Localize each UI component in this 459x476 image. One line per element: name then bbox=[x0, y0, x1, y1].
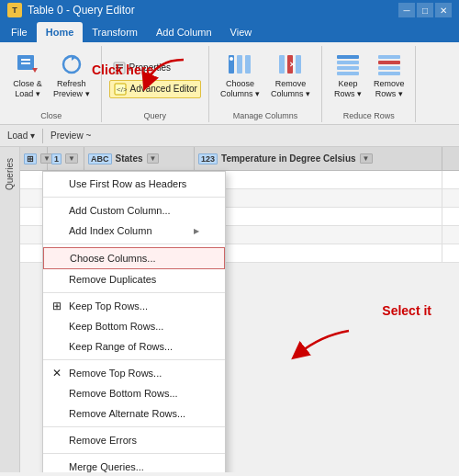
keep-rows-icon bbox=[333, 50, 363, 79]
svg-rect-6 bbox=[116, 64, 123, 66]
col-filter-states[interactable]: ▼ bbox=[147, 153, 160, 164]
tab-transform[interactable]: Transform bbox=[83, 22, 147, 42]
svg-rect-12 bbox=[237, 55, 242, 74]
ribbon: Close &Load ▾ RefreshPreview ▾ Close bbox=[0, 42, 459, 125]
menu-add-index-column[interactable]: Add Index Column ▶ bbox=[43, 221, 225, 241]
close-button[interactable]: ✕ bbox=[435, 3, 452, 17]
close-load-button[interactable]: Close &Load ▾ bbox=[9, 48, 46, 101]
menu-sep-5 bbox=[43, 426, 225, 427]
preview-button[interactable]: Preview ~ bbox=[47, 130, 95, 142]
svg-rect-22 bbox=[337, 72, 359, 75]
menu-remove-top-rows[interactable]: ✕ Remove Top Rows... bbox=[43, 363, 225, 383]
menu-add-custom-column[interactable]: Add Custom Column... bbox=[43, 200, 225, 221]
keep-rows-label: KeepRows ▾ bbox=[334, 79, 362, 99]
menu-merge-queries[interactable]: Merge Queries... bbox=[43, 457, 225, 472]
svg-rect-25 bbox=[378, 66, 400, 70]
refresh-preview-button[interactable]: RefreshPreview ▾ bbox=[50, 48, 94, 101]
svg-rect-24 bbox=[378, 61, 400, 64]
ribbon-tabs: File Home Transform Add Column View bbox=[0, 20, 459, 42]
app-icon: T bbox=[7, 3, 22, 17]
properties-label: Properties bbox=[129, 62, 172, 73]
col-header-type[interactable]: ⊞ ▼ bbox=[20, 147, 48, 170]
dropdown-menu: Use First Row as Headers Add Custom Colu… bbox=[42, 171, 226, 472]
tab-add-column[interactable]: Add Column bbox=[147, 22, 221, 42]
tab-view[interactable]: View bbox=[221, 22, 262, 42]
menu-add-index-label: Add Index Column bbox=[69, 225, 152, 236]
load-button[interactable]: Load ▾ bbox=[4, 130, 39, 142]
svg-marker-3 bbox=[32, 68, 38, 73]
remove-rows-label: RemoveRows ▾ bbox=[374, 79, 405, 99]
keep-rows-button[interactable]: KeepRows ▾ bbox=[330, 48, 366, 101]
remove-columns-button[interactable]: ✕ RemoveColumns ▾ bbox=[267, 48, 314, 101]
menu-remove-alternate-label: Remove Alternate Rows... bbox=[69, 408, 185, 419]
svg-rect-2 bbox=[21, 62, 30, 64]
menu-remove-duplicates-label: Remove Duplicates bbox=[69, 274, 156, 285]
menu-merge-label: Merge Queries... bbox=[69, 461, 144, 472]
menu-remove-top-label: Remove Top Rows... bbox=[69, 368, 162, 379]
svg-rect-15 bbox=[279, 55, 285, 74]
remove-rows-icon bbox=[375, 50, 404, 79]
cell-0-3: 37 bbox=[195, 171, 442, 188]
menu-add-custom-label: Add Custom Column... bbox=[69, 205, 171, 216]
advanced-editor-label: Advanced Editor bbox=[130, 84, 197, 94]
col-filter-1[interactable]: ▼ bbox=[65, 153, 78, 164]
index-icon: 1 bbox=[51, 153, 62, 164]
svg-rect-21 bbox=[337, 66, 359, 70]
menu-remove-bottom-label: Remove Bottom Rows... bbox=[69, 388, 178, 399]
tab-file[interactable]: File bbox=[2, 22, 37, 42]
table-area: ⊞ ▼ 1 ▼ ABC States ▼ 123 Temperature in … bbox=[20, 147, 459, 472]
menu-remove-alternate-rows[interactable]: Remove Alternate Rows... bbox=[43, 403, 225, 424]
col-header-index[interactable]: 1 ▼ bbox=[48, 147, 84, 170]
ribbon-group-query: Properties </> Advanced Editor Query bbox=[102, 46, 209, 122]
svg-rect-23 bbox=[378, 55, 400, 59]
advanced-editor-button[interactable]: </> Advanced Editor bbox=[109, 80, 201, 98]
maximize-button[interactable]: □ bbox=[417, 3, 433, 17]
col-filter-temp[interactable]: ▼ bbox=[360, 153, 373, 164]
choose-columns-label: ChooseColumns ▾ bbox=[220, 79, 260, 99]
tab-home[interactable]: Home bbox=[37, 22, 84, 42]
refresh-preview-label: RefreshPreview ▾ bbox=[53, 79, 90, 99]
menu-remove-duplicates[interactable]: Remove Duplicates bbox=[43, 269, 225, 289]
properties-button[interactable]: Properties bbox=[109, 60, 174, 76]
svg-text:✕: ✕ bbox=[289, 61, 296, 69]
col-states-label: States bbox=[116, 153, 143, 164]
col-header-temperature[interactable]: 123 Temperature in Degree Celsius ▼ bbox=[195, 147, 442, 170]
cell-3-3: 38 bbox=[195, 226, 442, 244]
toolbar-separator-1 bbox=[42, 129, 43, 143]
svg-rect-20 bbox=[337, 61, 359, 64]
title-bar: T Table 0 - Query Editor ─ □ ✕ bbox=[0, 0, 459, 20]
menu-remove-errors[interactable]: Remove Errors bbox=[43, 430, 225, 450]
menu-keep-bottom-rows[interactable]: Keep Bottom Rows... bbox=[43, 316, 225, 336]
advanced-editor-icon: </> bbox=[113, 82, 128, 96]
queries-sidebar: Queries bbox=[0, 147, 20, 472]
choose-columns-icon bbox=[225, 50, 254, 79]
svg-rect-8 bbox=[116, 70, 120, 72]
temp-type-icon: 123 bbox=[198, 153, 218, 164]
query-area: Queries ⊞ ▼ 1 ▼ ABC States ▼ 123 Tempera… bbox=[0, 147, 459, 472]
select-it-annotation: Select it bbox=[382, 303, 431, 318]
choose-columns-button[interactable]: ChooseColumns ▾ bbox=[217, 48, 263, 101]
col-header-states[interactable]: ABC States ▼ bbox=[84, 147, 195, 170]
ribbon-group-manage-columns: ChooseColumns ▾ ✕ RemoveColumns ▾ Manage… bbox=[209, 46, 322, 122]
table-icon: ⊞ bbox=[24, 153, 37, 164]
menu-choose-columns-label: Choose Columns... bbox=[70, 253, 156, 264]
svg-rect-26 bbox=[378, 72, 400, 75]
svg-text:</>: </> bbox=[117, 85, 127, 94]
close-load-label: Close &Load ▾ bbox=[13, 79, 42, 99]
reduce-rows-items: KeepRows ▾ RemoveRows ▾ bbox=[330, 48, 409, 109]
keep-top-icon: ⊞ bbox=[49, 298, 65, 314]
window-controls[interactable]: ─ □ ✕ bbox=[398, 3, 452, 17]
menu-keep-range-rows[interactable]: Keep Range of Rows... bbox=[43, 336, 225, 357]
menu-keep-top-rows[interactable]: ⊞ Keep Top Rows... bbox=[43, 296, 225, 316]
ribbon-group-reduce-rows: KeepRows ▾ RemoveRows ▾ Reduce Rows bbox=[322, 46, 417, 122]
menu-keep-bottom-label: Keep Bottom Rows... bbox=[69, 321, 163, 332]
menu-remove-bottom-rows[interactable]: Remove Bottom Rows... bbox=[43, 383, 225, 403]
remove-rows-button[interactable]: RemoveRows ▾ bbox=[370, 48, 409, 101]
states-type-icon: ABC bbox=[88, 153, 112, 164]
menu-use-first-row[interactable]: Use First Row as Headers bbox=[43, 174, 225, 194]
properties-icon bbox=[112, 61, 127, 75]
menu-sep-1 bbox=[43, 197, 225, 198]
menu-choose-columns[interactable]: Choose Columns... bbox=[43, 247, 225, 269]
minimize-button[interactable]: ─ bbox=[398, 3, 415, 17]
toolbar-row: Load ▾ Preview ~ bbox=[0, 125, 459, 147]
